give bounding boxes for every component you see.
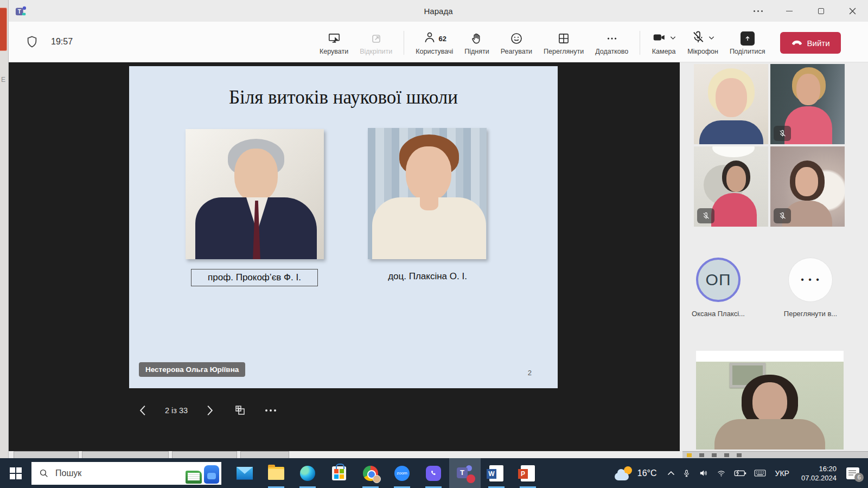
participant-video-4[interactable] — [770, 146, 845, 227]
slide-browser-button[interactable] — [232, 402, 248, 419]
popout-icon — [369, 30, 383, 47]
more-actions-button[interactable]: Додатково — [591, 27, 633, 59]
shield-icon[interactable] — [25, 35, 39, 51]
weather-icon — [615, 466, 633, 480]
more-actions-label: Додатково — [595, 48, 628, 55]
participant-video-2[interactable] — [770, 64, 845, 144]
photo-prokofiev — [186, 129, 324, 259]
notification-badge: 6 — [854, 473, 864, 482]
window-more-button[interactable] — [742, 0, 774, 22]
taskbar-app-chrome[interactable] — [355, 458, 386, 488]
caption-prokofiev: проф. Прокоф’єв Ф. І. — [191, 269, 318, 286]
language-indicator[interactable]: УКР — [770, 458, 795, 488]
taskbar-app-teams[interactable]: T — [449, 458, 481, 488]
background-window-tab — [14, 451, 79, 458]
raise-hand-button[interactable]: Підняти — [460, 27, 493, 59]
react-button[interactable]: Реагувати — [496, 27, 537, 59]
maximize-button[interactable] — [805, 0, 837, 22]
viber-icon — [426, 466, 441, 481]
slide-more-button[interactable] — [263, 402, 279, 419]
tray-keyboard[interactable] — [750, 458, 770, 488]
background-window-tab — [82, 451, 169, 458]
taskbar-app-store[interactable] — [323, 458, 355, 488]
manage-label: Керувати — [320, 48, 348, 55]
notification-center-button[interactable]: 6 — [846, 467, 859, 479]
participant-video-1[interactable] — [694, 64, 768, 144]
taskbar-app-edge[interactable] — [292, 458, 323, 488]
manage-button[interactable]: Керувати — [315, 27, 353, 59]
slide-title: Біля витоків наукової школи — [129, 87, 558, 108]
next-slide-button[interactable] — [202, 402, 218, 419]
taskbar-app-explorer[interactable] — [260, 458, 292, 488]
ellipsis-icon — [605, 30, 619, 47]
weather-widget[interactable]: 16°C — [608, 458, 663, 488]
mic-muted-badge — [774, 126, 791, 141]
participant-video-3[interactable] — [694, 146, 768, 227]
speaker-icon — [698, 468, 709, 478]
title-bar: T Нарада — [9, 0, 868, 22]
mic-muted-badge — [774, 208, 791, 223]
caption-plaksina: доц. Плаксіна О. І. — [362, 271, 493, 282]
view-more-participants[interactable]: • • • Переглянути в... — [778, 258, 843, 318]
taskbar-app-mail[interactable] — [229, 458, 260, 488]
leave-button[interactable]: Вийти — [780, 32, 841, 54]
tray-battery[interactable] — [730, 458, 750, 488]
chevron-down-icon[interactable] — [709, 36, 714, 41]
participants-button[interactable]: 62 Користувачі — [411, 27, 457, 59]
teams-meeting-window: Е T Нарада — [0, 0, 868, 488]
taskbar-clock[interactable]: 16:20 07.02.2024 — [795, 464, 843, 483]
slide-navigation: 2 із 33 — [135, 399, 279, 422]
ellipsis-icon — [754, 10, 763, 12]
taskbar-apps: zoom T W P — [229, 458, 544, 488]
previous-slide-button[interactable] — [135, 402, 151, 419]
edge-icon — [300, 466, 315, 481]
battery-icon — [734, 469, 746, 477]
temperature: 16°C — [637, 468, 657, 478]
taskbar-app-viber[interactable] — [418, 458, 449, 488]
taskbar-app-zoom[interactable]: zoom — [386, 458, 418, 488]
mic-muted-badge — [697, 208, 714, 223]
close-button[interactable] — [837, 0, 868, 22]
word-icon: W — [489, 465, 503, 481]
camera-button[interactable]: Камера — [647, 27, 680, 59]
tray-wifi[interactable] — [712, 458, 730, 488]
tray-date: 07.02.2024 — [801, 473, 837, 483]
participants-label: Користувачі — [416, 48, 453, 55]
taskbar-app-word[interactable]: W — [481, 458, 512, 488]
background-window-tabs — [14, 451, 289, 458]
store-icon — [332, 466, 346, 480]
tray-expand-button[interactable] — [663, 458, 679, 488]
mic-label: Мікрофон — [687, 48, 718, 55]
participants-count: 62 — [439, 35, 446, 43]
hangup-icon — [791, 38, 803, 48]
mic-button[interactable]: Мікрофон — [683, 27, 723, 59]
zoom-icon: zoom — [394, 466, 410, 481]
mic-icon — [682, 468, 691, 478]
presentation-slide[interactable]: Біля витоків наукової школи проф. Прокоф… — [129, 66, 558, 388]
view-button[interactable]: Переглянути — [539, 27, 588, 59]
background-window-tab — [240, 451, 289, 458]
teams-status-dot — [467, 474, 475, 483]
shared-content-stage: Біля витоків наукової школи проф. Прокоф… — [9, 62, 680, 451]
share-button[interactable]: Поділитися — [725, 27, 770, 59]
chevron-left-icon — [138, 405, 147, 416]
chevron-down-icon[interactable] — [670, 36, 676, 41]
participant-avatar-op[interactable]: ОП Оксана Плаксі... — [686, 258, 751, 318]
start-button[interactable] — [0, 458, 31, 488]
participant-video-5[interactable] — [696, 351, 844, 450]
unpin-label: Відкріпити — [360, 48, 392, 55]
windows-taskbar: Пошук zoom T W P 16°C — [0, 458, 868, 488]
minimize-button[interactable] — [774, 0, 805, 22]
leave-label: Вийти — [807, 38, 830, 48]
participants-icon — [423, 30, 437, 47]
taskbar-app-powerpoint[interactable]: P — [512, 458, 544, 488]
participants-sidebar: ОП Оксана Плаксі... • • • Переглянути в.… — [680, 62, 868, 451]
chevron-right-icon — [206, 405, 214, 416]
share-screen-icon — [741, 30, 755, 47]
search-placeholder: Пошук — [55, 468, 81, 478]
search-input[interactable]: Пошук — [31, 462, 221, 485]
mic-muted-icon — [691, 30, 705, 47]
tray-volume[interactable] — [694, 458, 712, 488]
toolbar-divider — [404, 31, 404, 55]
tray-mic[interactable] — [679, 458, 694, 488]
